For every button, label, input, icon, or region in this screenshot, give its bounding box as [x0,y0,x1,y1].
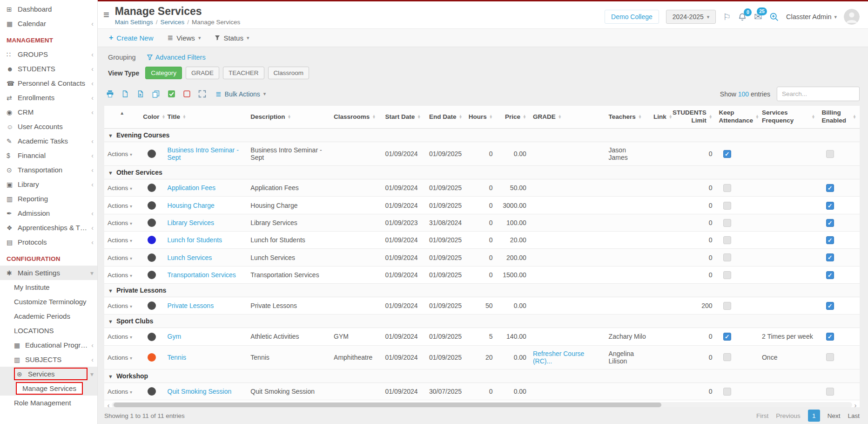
billing-enabled-checkbox[interactable] [826,219,834,227]
column-header-services-frequency[interactable]: Services Frequency▲▼ [759,106,819,128]
grouping-panel-toggle[interactable]: Grouping [108,54,136,61]
notifications-button[interactable]: 0 [738,12,747,21]
billing-enabled-checkbox[interactable] [826,333,834,341]
billing-enabled-checkbox[interactable] [826,150,834,158]
service-title-link[interactable]: Lunch for Students [168,236,222,244]
billing-enabled-checkbox[interactable] [826,271,834,279]
export-pdf-icon[interactable] [121,89,130,99]
sidebar-item-my-institute[interactable]: My Institute [0,280,97,294]
school-selector-button[interactable]: Demo College [605,10,659,24]
keep-attendance-checkbox[interactable] [723,202,731,210]
keep-attendance-checkbox[interactable] [723,388,731,396]
group-row[interactable]: ▼Sport Clubs [104,315,860,328]
view-type-grade[interactable]: GRADE [186,67,219,79]
column-header-start-date[interactable]: Start Date▲▼ [382,106,426,128]
scroll-left-icon[interactable]: ‹ [105,401,112,407]
column-header-link[interactable]: Link▲▼ [650,106,674,128]
sidebar-item-user-accounts[interactable]: ☺User Accounts [0,119,97,134]
sidebar-item-groups[interactable]: ∷GROUPS‹ [0,47,97,62]
keep-attendance-checkbox[interactable] [723,184,731,192]
row-actions-button[interactable]: Actions ▾ [108,150,132,157]
column-header-teachers[interactable]: Teachers▲▼ [606,106,650,128]
sidebar-item-enrollments[interactable]: ⇄Enrollments‹ [0,90,97,105]
user-menu[interactable]: Classter Admin▾ [786,13,837,21]
keep-attendance-checkbox[interactable] [723,333,731,341]
pagination-last[interactable]: Last [848,412,860,419]
breadcrumb-item[interactable]: Manage Services [192,19,240,26]
bulk-actions-dropdown[interactable]: ≣Bulk Actions▾ [215,90,266,98]
sidebar-item-library[interactable]: ▣Library‹ [0,177,97,191]
service-title-link[interactable]: Application Fees [168,184,216,191]
billing-enabled-checkbox[interactable] [826,388,834,396]
sidebar-item-crm[interactable]: ◉CRM‹ [0,105,97,119]
column-header-billing-enabled[interactable]: Billing Enabled▲▼ [819,106,860,128]
row-actions-button[interactable]: Actions ▾ [108,185,132,191]
group-row[interactable]: ▼Other Services [104,166,860,179]
view-type-category[interactable]: Category [145,67,182,79]
row-actions-button[interactable]: Actions ▾ [108,354,132,361]
sidebar-item-main-settings[interactable]: ✱Main Settings▾ [0,266,97,280]
sidebar-item-calendar[interactable]: ▦Calendar‹ [0,16,97,31]
service-title-link[interactable]: Business Intro Seminar - Sept [168,146,239,161]
flag-icon[interactable]: ⚐ [723,12,731,22]
year-selector-dropdown[interactable]: 2024-2025▾ [666,10,716,24]
service-title-link[interactable]: Quit Smoking Session [168,388,232,395]
column-header-description[interactable]: Description▲▼ [247,106,330,128]
column-header-students-limit[interactable]: STUDENTS Limit▲▼ [674,106,715,128]
horizontal-scrollbar[interactable] [112,402,852,407]
pagination-previous[interactable]: Previous [776,412,801,419]
breadcrumb-item[interactable]: Services [160,19,184,26]
billing-enabled-checkbox[interactable] [826,236,834,244]
row-actions-button[interactable]: Actions ▾ [108,202,132,209]
copy-icon[interactable] [151,89,161,99]
sidebar-item-apprenticeships-thesis[interactable]: ❖Apprenticeships & Thesis‹ [0,220,97,235]
view-type-classroom[interactable]: Classroom [268,67,310,79]
column-header-title[interactable]: Title▲▼ [164,106,248,128]
row-actions-button[interactable]: Actions ▾ [108,219,132,226]
zoom-search-button[interactable] [769,12,779,22]
entries-count-select[interactable]: 100 [738,90,749,98]
service-title-link[interactable]: Library Services [168,219,214,226]
view-type-teacher[interactable]: TEACHER [223,67,264,79]
column-header-end-date[interactable]: End Date▲▼ [426,106,470,128]
column-header-color[interactable]: Color▲▼ [140,106,164,128]
menu-toggle-icon[interactable]: ≡ [103,10,109,20]
sidebar-item-academic-tasks[interactable]: ✎Academic Tasks‹ [0,134,97,148]
sidebar-item-services[interactable]: ⊛Services▾ [0,367,97,381]
billing-enabled-checkbox[interactable] [826,202,834,210]
sidebar-item-subjects[interactable]: ▥SUBJECTS‹ [0,352,97,367]
row-actions-button[interactable]: Actions ▾ [108,272,132,279]
sidebar-item-manage-services[interactable]: Manage Services [0,381,97,396]
service-title-link[interactable]: Lunch Services [168,254,212,261]
sidebar-item-role-management[interactable]: Role Management [0,396,97,410]
messages-button[interactable]: ✉25 [754,11,762,22]
row-actions-button[interactable]: Actions ▾ [108,254,132,261]
deselect-all-icon[interactable] [182,89,191,99]
billing-enabled-checkbox[interactable] [826,253,834,261]
avatar[interactable] [844,9,860,25]
status-dropdown[interactable]: Status▾ [215,34,249,42]
service-title-link[interactable]: Private Lessons [168,302,214,309]
keep-attendance-checkbox[interactable] [723,353,731,361]
create-new-button[interactable]: +Create New [109,34,154,42]
fullscreen-icon[interactable] [197,89,207,99]
keep-attendance-checkbox[interactable] [723,219,731,227]
service-title-link[interactable]: Housing Charge [168,202,215,209]
advanced-filters-button[interactable]: Advanced Filters [147,54,206,61]
sidebar-item-students[interactable]: ☻STUDENTS‹ [0,62,97,76]
group-row[interactable]: ▼Private Lessons [104,283,860,297]
group-row[interactable]: ▼Evening Courses [104,129,860,142]
row-actions-button[interactable]: Actions ▾ [108,388,132,395]
sidebar-item-educational-programs[interactable]: ▦Educational Programs‹ [0,338,97,352]
keep-attendance-checkbox[interactable] [723,271,731,279]
keep-attendance-checkbox[interactable] [723,236,731,244]
sidebar-item-academic-periods[interactable]: Academic Periods [0,309,97,323]
service-title-link[interactable]: Transportation Services [168,271,236,279]
pagination-next[interactable]: Next [828,412,841,419]
row-actions-button[interactable]: Actions ▾ [108,302,132,309]
billing-enabled-checkbox[interactable] [826,353,834,361]
select-all-icon[interactable] [167,89,176,99]
row-actions-button[interactable]: Actions ▾ [108,333,132,340]
billing-enabled-checkbox[interactable] [826,184,834,192]
sidebar-item-dashboard[interactable]: ⊞Dashboard [0,2,97,16]
